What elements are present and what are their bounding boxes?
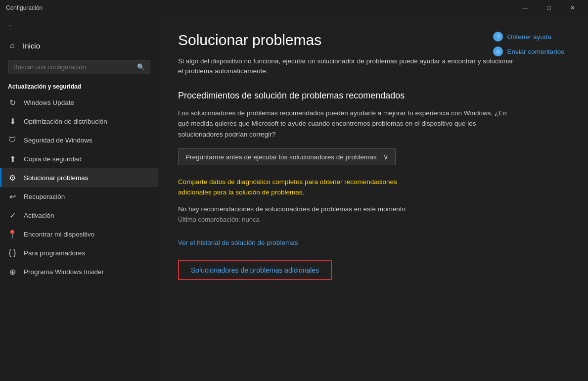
chevron-down-icon: ∨	[383, 153, 388, 161]
close-button[interactable]: ✕	[561, 0, 584, 16]
windows-update-icon: ↻	[8, 98, 17, 107]
help-icon: ?	[493, 32, 503, 42]
sidebar-item-label-recuperacion: Recuperación	[24, 193, 65, 200]
sidebar-item-label-windows-update: Windows Update	[24, 99, 74, 106]
back-button[interactable]: ←	[0, 16, 158, 35]
sidebar-item-solucionar[interactable]: ⚙Solucionar problemas	[0, 168, 158, 187]
maximize-button[interactable]: □	[538, 0, 560, 16]
search-icon: 🔍	[137, 63, 145, 71]
sidebar-item-label-programadores: Para programadores	[24, 249, 85, 257]
search-box[interactable]: 🔍	[8, 60, 150, 74]
sidebar-item-seguridad[interactable]: 🛡Seguridad de Windows	[0, 131, 158, 149]
diagnostic-link[interactable]: Comparte datos de diagnóstico completos …	[178, 177, 425, 197]
section-label: Actualización y seguridad	[0, 78, 158, 93]
sidebar-item-label-seguridad: Seguridad de Windows	[24, 137, 92, 144]
sidebar-item-label-activacion: Activación	[24, 212, 54, 219]
copia-icon: ⬆	[8, 154, 17, 163]
enviar-comentarios-label: Enviar comentarios	[507, 48, 564, 55]
app-container: ← ⌂ Inicio 🔍 Actualización y seguridad ↻…	[0, 16, 588, 381]
home-label: Inicio	[23, 42, 40, 50]
recuperacion-icon: ↩	[8, 192, 17, 201]
titlebar-title: Configuración	[6, 4, 43, 11]
sidebar-item-encontrar[interactable]: 📍Encontrar mi dispositivo	[0, 225, 158, 243]
sidebar-item-label-optimizacion: Optimización de distribución	[24, 118, 107, 125]
minimize-button[interactable]: —	[514, 0, 537, 16]
home-icon: ⌂	[8, 41, 17, 50]
history-link[interactable]: Ver el historial de solución de problema…	[178, 239, 564, 246]
sidebar-item-programadores[interactable]: { }Para programadores	[0, 243, 158, 262]
sidebar-item-label-copia: Copia de seguridad	[24, 155, 82, 163]
no-recommendations-text: No hay recomendaciones de solucionadores…	[178, 205, 564, 213]
insider-icon: ⊕	[8, 267, 17, 276]
sidebar-item-label-solucionar: Solucionar problemas	[24, 174, 89, 182]
sidebar-home[interactable]: ⌂ Inicio	[0, 35, 158, 56]
content-area: ? Obtener ayuda ☺ Enviar comentarios Sol…	[158, 16, 588, 381]
optimizacion-icon: ⬇	[8, 117, 17, 126]
seguridad-icon: 🛡	[8, 136, 17, 144]
sidebar-item-copia[interactable]: ⬆Copia de seguridad	[0, 149, 158, 168]
activacion-icon: ✓	[8, 211, 17, 220]
encontrar-icon: 📍	[8, 230, 17, 238]
search-input[interactable]	[13, 63, 133, 71]
last-check-text: Última comprobación: nunca	[178, 216, 564, 223]
programadores-icon: { }	[8, 248, 17, 257]
back-icon: ←	[8, 22, 14, 29]
obtener-ayuda-label: Obtener ayuda	[507, 33, 551, 41]
sidebar-item-activacion[interactable]: ✓Activación	[0, 206, 158, 225]
troubleshooter-dropdown[interactable]: Preguntarme antes de ejecutar los soluci…	[178, 148, 396, 165]
sidebar-item-optimizacion[interactable]: ⬇Optimización de distribución	[0, 112, 158, 131]
enviar-comentarios-link[interactable]: ☺ Enviar comentarios	[493, 47, 564, 56]
sidebar-item-insider[interactable]: ⊕Programa Windows Insider	[0, 262, 158, 281]
titlebar-controls: — □ ✕	[514, 0, 584, 16]
section-title: Procedimientos de solución de problemas …	[178, 91, 564, 101]
sidebar: ← ⌂ Inicio 🔍 Actualización y seguridad ↻…	[0, 16, 158, 381]
additional-troubleshooters-button[interactable]: Solucionadores de problemas adicionales	[178, 260, 332, 280]
top-links: ? Obtener ayuda ☺ Enviar comentarios	[493, 32, 564, 56]
titlebar: Configuración — □ ✕	[0, 0, 588, 16]
sidebar-item-label-insider: Programa Windows Insider	[24, 268, 104, 276]
dropdown-value: Preguntarme antes de ejecutar los soluci…	[185, 153, 376, 161]
obtener-ayuda-link[interactable]: ? Obtener ayuda	[493, 32, 564, 42]
sidebar-item-recuperacion[interactable]: ↩Recuperación	[0, 187, 158, 206]
page-description: Si algo del dispositivo no funciona, eje…	[178, 56, 514, 77]
sidebar-item-label-encontrar: Encontrar mi dispositivo	[24, 231, 94, 238]
section-desc: Los solucionadores de problemas recomend…	[178, 108, 514, 140]
feedback-icon: ☺	[493, 47, 503, 56]
nav-items: ↻Windows Update⬇Optimización de distribu…	[0, 93, 158, 281]
solucionar-icon: ⚙	[8, 173, 17, 182]
sidebar-item-windows-update[interactable]: ↻Windows Update	[0, 93, 158, 112]
